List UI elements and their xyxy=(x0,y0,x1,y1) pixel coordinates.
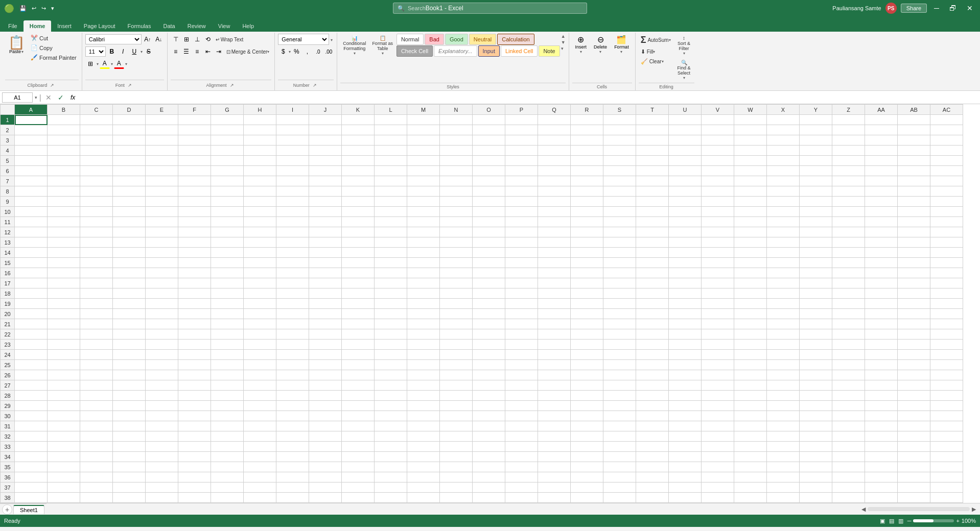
cell-Q9[interactable] xyxy=(538,197,571,207)
cell-A17[interactable] xyxy=(15,278,48,288)
merge-center-button[interactable]: ⊡ Merge & Center ▾ xyxy=(224,48,272,56)
cell-W18[interactable] xyxy=(734,288,767,299)
cell-G22[interactable] xyxy=(211,329,244,340)
cell-W20[interactable] xyxy=(734,309,767,319)
cell-G8[interactable] xyxy=(211,186,244,197)
cell-AB31[interactable] xyxy=(898,421,930,431)
cell-N38[interactable] xyxy=(440,493,473,503)
cell-J33[interactable] xyxy=(309,442,342,452)
clipboard-expand-button[interactable]: ↗ xyxy=(48,81,56,89)
cell-J16[interactable] xyxy=(309,268,342,278)
cell-H9[interactable] xyxy=(244,197,276,207)
cell-S25[interactable] xyxy=(603,360,636,370)
cell-S15[interactable] xyxy=(603,258,636,268)
cell-R20[interactable] xyxy=(571,309,603,319)
cell-F22[interactable] xyxy=(178,329,211,340)
cell-W22[interactable] xyxy=(734,329,767,340)
cell-D38[interactable] xyxy=(113,493,146,503)
cell-C24[interactable] xyxy=(80,350,113,360)
cell-I21[interactable] xyxy=(276,319,309,329)
style-good[interactable]: Good xyxy=(445,34,468,45)
strikethrough-button[interactable]: S xyxy=(144,46,154,57)
cell-T36[interactable] xyxy=(636,472,669,482)
cell-R10[interactable] xyxy=(571,207,603,217)
cell-Q14[interactable] xyxy=(538,248,571,258)
cell-Q38[interactable] xyxy=(538,493,571,503)
cell-C4[interactable] xyxy=(80,146,113,156)
cell-N36[interactable] xyxy=(440,472,473,482)
cell-S7[interactable] xyxy=(603,176,636,186)
cell-V34[interactable] xyxy=(702,452,734,462)
decrease-decimal-button[interactable]: .00 xyxy=(323,46,334,57)
cell-D8[interactable] xyxy=(113,186,146,197)
cell-C27[interactable] xyxy=(80,380,113,391)
cell-T35[interactable] xyxy=(636,462,669,472)
underline-button[interactable]: U xyxy=(129,46,139,57)
cell-K26[interactable] xyxy=(342,370,375,380)
cell-R17[interactable] xyxy=(571,278,603,288)
corner-cell[interactable] xyxy=(1,105,15,115)
cell-N26[interactable] xyxy=(440,370,473,380)
cell-V24[interactable] xyxy=(702,350,734,360)
cell-AB25[interactable] xyxy=(898,360,930,370)
cell-D11[interactable] xyxy=(113,217,146,227)
cell-A1[interactable] xyxy=(15,115,48,125)
col-header-O[interactable]: O xyxy=(473,105,505,115)
cell-P31[interactable] xyxy=(505,421,538,431)
cell-U1[interactable] xyxy=(669,115,702,125)
cell-A34[interactable] xyxy=(15,452,48,462)
cell-A32[interactable] xyxy=(15,431,48,442)
cell-I10[interactable] xyxy=(276,207,309,217)
cell-V13[interactable] xyxy=(702,237,734,248)
cell-P1[interactable] xyxy=(505,115,538,125)
cell-A26[interactable] xyxy=(15,370,48,380)
cell-I1[interactable] xyxy=(276,115,309,125)
cell-H3[interactable] xyxy=(244,135,276,146)
insert-function-button[interactable]: fx xyxy=(68,92,78,103)
cell-V7[interactable] xyxy=(702,176,734,186)
cell-L36[interactable] xyxy=(375,472,407,482)
style-explanatory[interactable]: Explanatory... xyxy=(434,45,477,57)
col-header-T[interactable]: T xyxy=(636,105,669,115)
cell-S35[interactable] xyxy=(603,462,636,472)
cell-F33[interactable] xyxy=(178,442,211,452)
cell-AB23[interactable] xyxy=(898,340,930,350)
cell-C9[interactable] xyxy=(80,197,113,207)
cell-K23[interactable] xyxy=(342,340,375,350)
cell-Z31[interactable] xyxy=(832,421,865,431)
cell-D23[interactable] xyxy=(113,340,146,350)
cell-AC6[interactable] xyxy=(930,166,963,176)
cell-F8[interactable] xyxy=(178,186,211,197)
cell-C12[interactable] xyxy=(80,227,113,237)
cell-M23[interactable] xyxy=(407,340,440,350)
cell-N30[interactable] xyxy=(440,411,473,421)
row-header-18[interactable]: 18 xyxy=(1,288,15,299)
cell-A16[interactable] xyxy=(15,268,48,278)
cell-M33[interactable] xyxy=(407,442,440,452)
cell-X26[interactable] xyxy=(767,370,800,380)
cell-Y12[interactable] xyxy=(800,227,832,237)
cell-AB38[interactable] xyxy=(898,493,930,503)
cell-N1[interactable] xyxy=(440,115,473,125)
cell-X21[interactable] xyxy=(767,319,800,329)
cell-AA35[interactable] xyxy=(865,462,898,472)
cell-W16[interactable] xyxy=(734,268,767,278)
italic-button[interactable]: I xyxy=(118,46,128,57)
cell-V16[interactable] xyxy=(702,268,734,278)
cell-R6[interactable] xyxy=(571,166,603,176)
cell-AA15[interactable] xyxy=(865,258,898,268)
cell-AA31[interactable] xyxy=(865,421,898,431)
cell-R22[interactable] xyxy=(571,329,603,340)
cell-U12[interactable] xyxy=(669,227,702,237)
cell-P23[interactable] xyxy=(505,340,538,350)
cell-J4[interactable] xyxy=(309,146,342,156)
cell-H21[interactable] xyxy=(244,319,276,329)
cell-Y38[interactable] xyxy=(800,493,832,503)
cell-G10[interactable] xyxy=(211,207,244,217)
cut-button[interactable]: ✂️ Cut xyxy=(29,34,79,42)
cell-AC31[interactable] xyxy=(930,421,963,431)
cell-F6[interactable] xyxy=(178,166,211,176)
cell-AC33[interactable] xyxy=(930,442,963,452)
row-header-20[interactable]: 20 xyxy=(1,309,15,319)
cell-P29[interactable] xyxy=(505,401,538,411)
